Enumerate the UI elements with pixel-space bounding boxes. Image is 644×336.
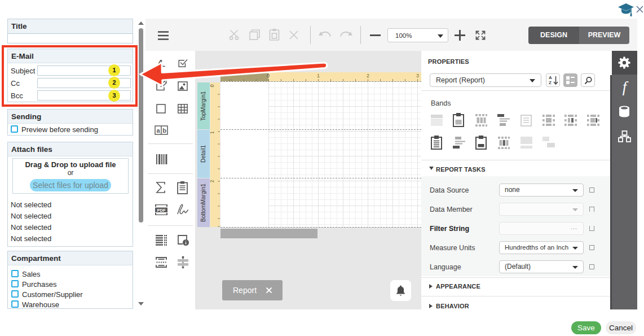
svg-text:b: b bbox=[162, 127, 166, 134]
svg-text:a: a bbox=[156, 127, 160, 134]
svg-text:A: A bbox=[157, 58, 163, 67]
svg-text:PDF: PDF bbox=[157, 208, 166, 213]
